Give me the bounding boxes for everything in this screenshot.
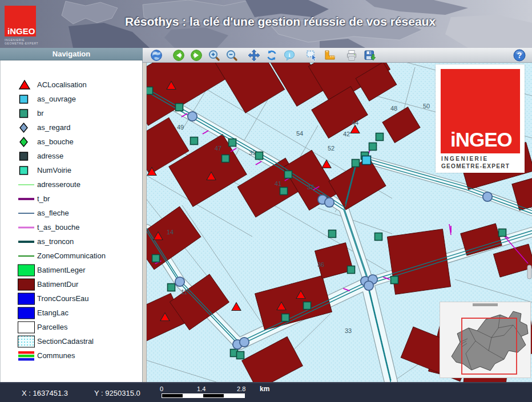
overview-drag-handle[interactable]	[473, 303, 498, 306]
back-arrow-icon	[172, 49, 185, 62]
legend-item-Parcelles[interactable]: Parcelles	[1, 320, 142, 334]
map-marker-br[interactable]	[352, 160, 360, 167]
legend-symbol-line	[18, 250, 35, 262]
legend-item-adresse[interactable]: adresse	[1, 149, 142, 163]
legend-symbol-line	[18, 235, 35, 248]
zoom-out-button[interactable]	[225, 48, 239, 62]
legend-item-Communes[interactable]: Communes	[1, 348, 142, 363]
legend-item-as_regard[interactable]: as_regard	[1, 120, 142, 135]
map-scroll-tab[interactable]	[527, 265, 531, 279]
legend-item-SectionCadastral[interactable]: SectionCadastral	[1, 334, 142, 348]
legend-item-ZoneCommunication[interactable]: ZoneCommunication	[1, 249, 142, 263]
legend-symbol-line	[18, 193, 35, 205]
zoom-in-button[interactable]	[207, 48, 221, 62]
map-toolbar: i ?	[143, 48, 532, 63]
map-marker-as-regard[interactable]	[325, 198, 334, 207]
legend-item-label: adresseroute	[37, 180, 80, 189]
legend-item-BatimentDur[interactable]: BatimentDur	[1, 277, 142, 291]
map-marker-br[interactable]	[348, 266, 355, 274]
map-marker-as-regard[interactable]	[188, 112, 197, 121]
map-marker-br[interactable]	[176, 104, 183, 111]
legend-symbol-line	[18, 221, 35, 234]
header: iNGEO INGENIERIE GEOMETRE-EXPERT Résothy…	[0, 0, 532, 48]
help-button[interactable]: ?	[513, 48, 526, 62]
scale-bar: 0 1.4 2.8 km	[162, 384, 287, 401]
legend-item-label: br	[37, 109, 44, 117]
legend-item-as_ouvrage[interactable]: as_ouvrage	[1, 92, 142, 106]
legend-item-label: Communes	[37, 351, 75, 360]
parcel-number: 14	[167, 229, 174, 235]
legend-item-EtangLac[interactable]: EtangLac	[1, 306, 142, 320]
map-marker-br[interactable]	[369, 143, 377, 151]
scale-tick-0: 0	[160, 385, 163, 392]
parcel-number: 33	[345, 327, 352, 334]
legend-symbol-square	[18, 150, 35, 163]
legend-list: ACLocalisationas_ouvragebras_regardas_bo…	[1, 60, 142, 363]
pan-button[interactable]	[247, 48, 261, 62]
overview-map[interactable]	[440, 302, 531, 378]
map-marker-br[interactable]	[256, 152, 263, 160]
map-marker-br[interactable]	[285, 171, 292, 178]
ingeo-logo-wordmark: iNGEO	[450, 128, 512, 151]
legend-item-label: as_troncon	[37, 237, 74, 246]
parcel-number: 44	[352, 119, 358, 126]
map-marker-br[interactable]	[375, 233, 382, 241]
legend-item-br[interactable]: br	[1, 106, 142, 120]
legend-symbol-dots	[18, 335, 35, 348]
legend-item-TroncCoursEau[interactable]: TroncCoursEau	[1, 291, 142, 306]
map-marker-br[interactable]	[499, 229, 506, 237]
select-button[interactable]	[305, 48, 319, 62]
globe-icon	[150, 49, 163, 62]
map-marker-br[interactable]	[237, 352, 244, 359]
legend-item-t_br[interactable]: t_br	[1, 192, 142, 206]
save-button[interactable]	[362, 48, 376, 62]
map-marker-as-regard[interactable]	[364, 281, 373, 290]
legend-item-BatimentLeger[interactable]: BatimentLeger	[1, 263, 142, 277]
legend-item-NumVoirie[interactable]: NumVoirie	[1, 163, 142, 177]
legend-item-label: as_ouvrage	[37, 95, 76, 103]
print-button[interactable]	[345, 48, 358, 62]
parcel-number: 48	[390, 105, 397, 112]
map-marker-br[interactable]	[376, 133, 384, 141]
forward-button[interactable]	[190, 48, 203, 62]
legend-item-label: t_br	[37, 194, 50, 203]
legend-item-t_as_bouche[interactable]: t_as_bouche	[1, 220, 142, 234]
map-marker-as-ouvrage[interactable]	[362, 156, 371, 165]
legend-symbol-square	[18, 164, 35, 177]
map-marker-as-regard[interactable]	[175, 277, 184, 286]
legend-item-ACLocalisation[interactable]: ACLocalisation	[1, 78, 142, 92]
map-marker-br[interactable]	[168, 284, 175, 291]
legend-symbol-stripes	[18, 350, 35, 362]
map-marker-br[interactable]	[147, 87, 153, 95]
legend-symbol-diamond	[18, 136, 35, 148]
panel-splitter[interactable]	[143, 63, 147, 382]
map-marker-as-regard[interactable]	[483, 192, 492, 201]
legend-item-label: Parcelles	[37, 323, 67, 331]
legend-item-as_bouche[interactable]: as_bouche	[1, 135, 142, 149]
legend-item-label: BatimentDur	[37, 280, 78, 289]
map-marker-br[interactable]	[304, 302, 311, 310]
legend-item-adresseroute[interactable]: adresseroute	[1, 177, 142, 192]
map-marker-as-regard[interactable]	[240, 338, 249, 347]
measure-button[interactable]	[323, 48, 336, 62]
map-marker-br[interactable]	[152, 255, 160, 262]
parcel-number: 11	[181, 289, 187, 295]
info-bubble-icon: i	[283, 49, 296, 62]
parcel-number: 36	[317, 261, 324, 268]
map-marker-br[interactable]	[280, 188, 288, 195]
map-marker-br[interactable]	[391, 277, 398, 284]
refresh-button[interactable]	[265, 48, 279, 62]
back-button[interactable]	[172, 48, 186, 62]
legend-item-as_troncon[interactable]: as_troncon	[1, 234, 142, 249]
info-button[interactable]: i	[283, 48, 296, 62]
map-marker-br[interactable]	[329, 230, 336, 238]
globe-button[interactable]	[150, 48, 163, 62]
map-marker-br[interactable]	[191, 137, 198, 145]
legend-item-label: as_regard	[37, 123, 71, 132]
map-viewport[interactable]: 494741393754524442485014113633 iNGEO ING…	[147, 63, 532, 382]
map-marker-br[interactable]	[222, 155, 229, 163]
legend-item-as_fleche[interactable]: as_fleche	[1, 206, 142, 220]
map-marker-br[interactable]	[282, 314, 289, 322]
legend-item-label: as_bouche	[37, 137, 74, 146]
map-marker-br[interactable]	[229, 139, 236, 147]
